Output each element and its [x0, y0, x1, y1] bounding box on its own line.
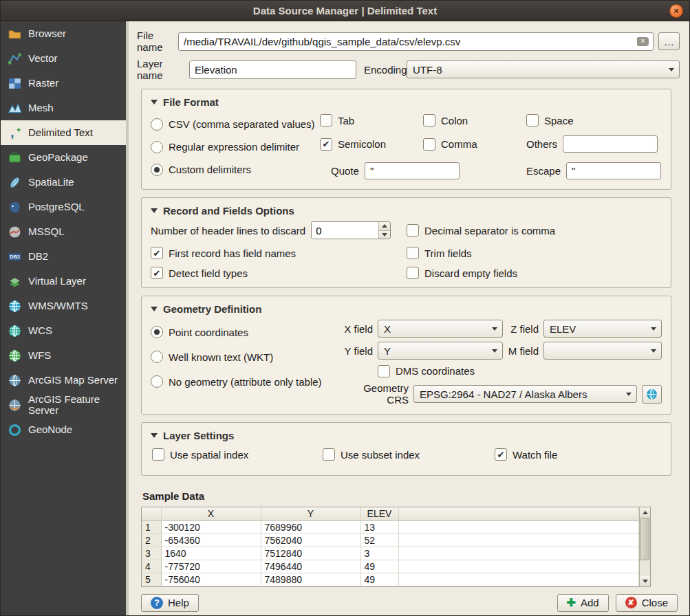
checkbox-semicolon[interactable]: Semicolon	[320, 138, 423, 151]
y-field-combo[interactable]: Y	[378, 342, 503, 360]
checkbox-comma[interactable]: Comma	[423, 138, 526, 151]
sidebar-item-wcs[interactable]: WCS	[1, 318, 126, 343]
scrollbar-thumb[interactable]	[640, 518, 649, 560]
sidebar-item-arcgis-feature-server[interactable]: ArcGIS Feature Server	[1, 393, 126, 417]
checkbox-colon[interactable]: Colon	[423, 114, 526, 126]
checkbox-indicator[interactable]	[407, 224, 419, 236]
checkbox-indicator[interactable]	[152, 448, 164, 461]
sidebar-item-wfs[interactable]: WFS	[1, 343, 126, 368]
file-format-group-header[interactable]: File Format	[151, 94, 662, 110]
sidebar-item-wms-wmts[interactable]: WMS/WMTS	[1, 294, 126, 318]
escape-input[interactable]	[566, 162, 661, 179]
row-number-cell[interactable]: 2	[142, 534, 161, 547]
geometry-crs-combo[interactable]: EPSG:2964 - NAD27 / Alaska Albers	[413, 385, 637, 403]
checkbox-trim-fields[interactable]: Trim fields	[407, 247, 662, 259]
record-fields-group-header[interactable]: Record and Fields Options	[151, 202, 662, 219]
radio-regular-expression[interactable]: Regular expression delimiter	[151, 135, 320, 158]
checkbox-use-subset-index[interactable]: Use subset index	[323, 448, 495, 461]
layer-settings-group-header[interactable]: Layer Settings	[151, 427, 662, 443]
checkbox-indicator[interactable]	[407, 267, 419, 279]
radio-csv[interactable]: CSV (comma separated values)	[151, 113, 320, 135]
checkbox-watch-file[interactable]: Watch file	[495, 448, 557, 461]
x-field-combo[interactable]: X	[378, 320, 503, 338]
window-close-button[interactable]: ×	[669, 4, 683, 18]
browse-button[interactable]: …	[658, 32, 680, 50]
checkbox-indicator[interactable]	[320, 138, 332, 151]
geometry-group-header[interactable]: Geometry Definition	[151, 300, 662, 317]
checkbox-indicator[interactable]	[495, 448, 507, 461]
radio-indicator[interactable]	[151, 118, 163, 131]
scrollbar-track[interactable]	[640, 518, 650, 576]
radio-custom-delimiters[interactable]: Custom delimiters	[151, 158, 320, 181]
sidebar-item-virtual-layer[interactable]: Virtual Layer	[1, 269, 126, 294]
sidebar-item-postgresql[interactable]: PostgreSQL	[1, 195, 126, 219]
checkbox-tab[interactable]: Tab	[320, 114, 423, 126]
column-header-elev[interactable]: ELEV	[360, 507, 398, 520]
row-number-cell[interactable]: 3	[142, 547, 161, 560]
sidebar-item-raster[interactable]: Raster	[1, 71, 126, 96]
z-field-combo[interactable]: ELEV	[543, 320, 662, 338]
radio-indicator[interactable]	[151, 164, 163, 176]
file-name-input[interactable]	[178, 32, 654, 51]
clear-text-icon[interactable]: ×	[637, 37, 649, 46]
close-button[interactable]: ✘ Close	[616, 594, 678, 612]
sidebar-item-geopackage[interactable]: GeoPackage	[1, 145, 126, 170]
sidebar-item-delimited-text[interactable]: , Delimited Text	[1, 120, 126, 145]
radio-indicator[interactable]	[151, 326, 163, 338]
sidebar-item-geonode[interactable]: GeoNode	[1, 417, 126, 442]
header-lines-spinbox[interactable]	[311, 221, 391, 239]
sidebar-item-spatialite[interactable]: SpatiaLite	[1, 170, 126, 195]
corner-header-cell[interactable]	[142, 507, 161, 520]
checkbox-indicator[interactable]	[526, 114, 539, 126]
sidebar-item-mssql[interactable]: MSSQL	[1, 219, 126, 244]
select-crs-button[interactable]	[642, 385, 662, 404]
checkbox-space[interactable]: Space	[526, 114, 662, 126]
checkbox-decimal-separator-comma[interactable]: Decimal separator is comma	[407, 224, 662, 236]
help-button[interactable]: ? Help	[141, 594, 199, 612]
table-scrollbar[interactable]	[639, 507, 650, 586]
row-number-cell[interactable]: 1	[142, 520, 161, 534]
spin-up-button[interactable]	[379, 222, 390, 230]
sidebar-item-arcgis-map-server[interactable]: ArcGIS Map Server	[1, 368, 126, 393]
row-number-cell[interactable]: 5	[142, 573, 161, 586]
column-header-x[interactable]: X	[161, 507, 261, 520]
header-lines-input[interactable]	[312, 222, 378, 239]
others-input[interactable]	[563, 135, 658, 153]
checkbox-dms-coordinates[interactable]: DMS coordinates	[378, 365, 475, 377]
scroll-down-button[interactable]	[640, 576, 650, 586]
checkbox-indicator[interactable]	[323, 448, 335, 461]
scroll-up-button[interactable]	[640, 507, 650, 518]
encoding-combo[interactable]: UTF-8	[407, 60, 680, 78]
sidebar-item-mesh[interactable]: Mesh	[1, 96, 126, 120]
radio-indicator[interactable]	[151, 351, 163, 363]
radio-no-geometry-label: No geometry (attribute only table)	[169, 376, 322, 388]
checkbox-first-record-field-names[interactable]: First record has field names	[151, 247, 407, 259]
add-button[interactable]: ✚ Add	[557, 594, 609, 612]
checkbox-detect-field-types[interactable]: Detect field types	[151, 267, 407, 279]
checkbox-indicator[interactable]	[423, 138, 435, 151]
quote-input[interactable]	[365, 162, 460, 179]
radio-no-geometry[interactable]: No geometry (attribute only table)	[151, 369, 342, 394]
checkbox-indicator[interactable]	[423, 114, 435, 126]
sidebar-item-vector[interactable]: Vector	[1, 46, 126, 71]
checkbox-indicator[interactable]	[151, 247, 163, 259]
checkbox-discard-empty-fields[interactable]: Discard empty fields	[407, 267, 662, 279]
radio-well-known-text[interactable]: Well known text (WKT)	[151, 344, 342, 369]
checkbox-indicator[interactable]	[407, 247, 419, 259]
checkbox-indicator[interactable]	[151, 267, 163, 279]
m-field-combo[interactable]	[543, 342, 662, 360]
layer-name-input[interactable]	[189, 60, 356, 79]
checkbox-use-spatial-index[interactable]: Use spatial index	[152, 448, 323, 461]
radio-point-coordinates[interactable]: Point coordinates	[151, 320, 342, 344]
spin-down-button[interactable]	[379, 230, 390, 239]
checkbox-indicator[interactable]	[378, 365, 390, 377]
row-number-cell[interactable]: 4	[142, 560, 161, 573]
column-header-y[interactable]: Y	[261, 507, 360, 520]
sidebar-item-browser[interactable]: Browser	[1, 21, 126, 46]
sidebar-item-db2[interactable]: DB2 DB2	[1, 244, 126, 269]
checkbox-indicator[interactable]	[320, 114, 332, 126]
radio-indicator[interactable]	[151, 141, 163, 153]
browser-icon	[8, 27, 22, 41]
radio-indicator[interactable]	[151, 375, 163, 388]
radio-custom-label: Custom delimiters	[169, 164, 251, 175]
